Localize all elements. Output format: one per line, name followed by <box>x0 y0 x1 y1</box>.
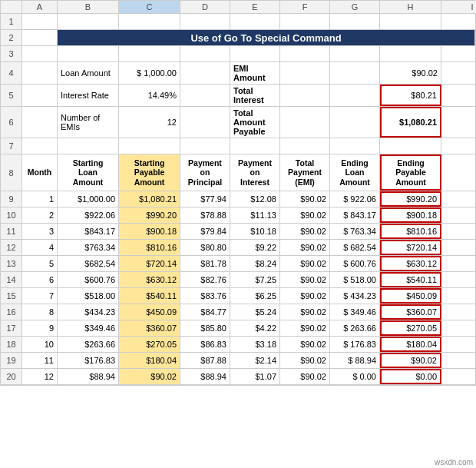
row-20: 20 12 $88.94 $90.02 $88.94 $1.07 $90.02 … <box>1 369 475 385</box>
row-13: 13 5 $682.54 $720.14 $81.78 $8.24 $90.02… <box>1 256 475 272</box>
data-payment-principal-18: $86.83 <box>180 337 230 352</box>
data-total-payment-12: $90.02 <box>280 240 330 255</box>
row-num-5: 5 <box>1 85 22 106</box>
data-month-18: 10 <box>22 337 58 352</box>
r1-e <box>230 14 280 29</box>
data-payment-principal-12: $80.80 <box>180 240 230 255</box>
r4-i <box>441 62 475 84</box>
data-ending-loan-13: $ 600.76 <box>330 256 380 271</box>
row-num-2: 2 <box>1 30 22 45</box>
data-ending-payable-13: $630.12 <box>380 256 441 271</box>
r3-b <box>58 46 119 61</box>
data-month-9: 1 <box>22 191 58 207</box>
data-total-payment-15: $90.02 <box>280 288 330 304</box>
data-month-17: 9 <box>22 320 58 336</box>
row-18: 18 10 $263.66 $270.05 $86.83 $3.18 $90.0… <box>1 337 475 353</box>
r7-e <box>230 138 280 154</box>
r6-g <box>280 107 330 138</box>
data-ending-loan-15: $ 434.23 <box>330 288 380 304</box>
row-14: 14 6 $600.76 $630.12 $82.76 $7.25 $90.02… <box>1 272 475 288</box>
row-10: 10 2 $922.06 $990.20 $78.88 $11.13 $90.0… <box>1 207 475 224</box>
data-ending-loan-18: $ 176.83 <box>330 337 380 352</box>
data-starting-loan-9: $1,000.00 <box>58 191 119 207</box>
r5-g <box>280 85 330 106</box>
data-starting-payable-12: $810.16 <box>119 240 180 255</box>
r1-g <box>330 14 380 29</box>
row-num-12: 12 <box>1 240 22 255</box>
r3-h <box>380 46 441 61</box>
data-payment-interest-15: $6.25 <box>230 288 280 304</box>
data-starting-loan-19: $176.83 <box>58 353 119 368</box>
total-interest-label: Total Interest <box>230 85 280 106</box>
r7-f <box>280 138 330 154</box>
row-11: 11 3 $843.17 $900.18 $79.84 $10.18 $90.0… <box>1 224 475 240</box>
r7-d <box>180 138 230 154</box>
r12-i <box>441 240 475 255</box>
r6-a <box>22 107 58 138</box>
row-17: 17 9 $349.46 $360.07 $85.80 $4.22 $90.02… <box>1 320 475 337</box>
data-total-payment-11: $90.02 <box>280 224 330 239</box>
r17-i <box>441 320 475 336</box>
data-month-14: 6 <box>22 272 58 287</box>
data-total-payment-16: $90.02 <box>280 304 330 320</box>
data-payment-interest-12: $9.22 <box>230 240 280 255</box>
data-total-payment-14: $90.02 <box>280 272 330 287</box>
row-7: 7 <box>1 138 475 154</box>
data-payment-principal-15: $83.76 <box>180 288 230 304</box>
num-emis-label: Number of EMIs <box>58 107 119 138</box>
header-starting-loan: Starting Loan Amount <box>58 154 119 191</box>
data-starting-payable-20: $90.02 <box>119 369 180 384</box>
row-num-10: 10 <box>1 207 22 223</box>
header-ending-payable: Ending Payable Amount <box>380 154 441 191</box>
header-ending-loan: Ending Loan Amount <box>330 154 380 191</box>
corner-header <box>1 1 22 13</box>
data-month-10: 2 <box>22 207 58 223</box>
r1-a <box>22 14 58 29</box>
interest-rate-label: Interest Rate <box>58 85 119 106</box>
header-total-payment: Total Payment (EMI) <box>280 154 330 191</box>
row-5: 5 Interest Rate 14.49% Total Interest $8… <box>1 85 475 107</box>
row-8: 8 Month Starting Loan Amount Starting Pa… <box>1 154 475 191</box>
data-payment-interest-9: $12.08 <box>230 191 280 207</box>
data-total-payment-17: $90.02 <box>280 320 330 336</box>
r5-i <box>441 85 475 106</box>
data-payment-interest-10: $11.13 <box>230 207 280 223</box>
data-starting-loan-17: $349.46 <box>58 320 119 336</box>
data-payment-interest-18: $3.18 <box>230 337 280 352</box>
data-starting-loan-15: $518.00 <box>58 288 119 304</box>
row-num-1: 1 <box>1 14 22 29</box>
r2-a <box>22 30 58 45</box>
data-ending-loan-9: $ 922.06 <box>330 191 380 207</box>
emi-amount-value: $90.02 <box>380 62 441 84</box>
row-15: 15 7 $518.00 $540.11 $83.76 $6.25 $90.02… <box>1 288 475 304</box>
header-starting-payable: Starting Payable Amount <box>119 154 180 191</box>
data-month-20: 12 <box>22 369 58 384</box>
data-ending-payable-17: $270.05 <box>380 320 441 336</box>
row-num-4: 4 <box>1 62 22 84</box>
col-header-g: G <box>330 1 380 13</box>
emi-amount-label: EMI Amount <box>230 62 280 84</box>
row-num-11: 11 <box>1 224 22 239</box>
col-header-d: D <box>180 1 230 13</box>
row-num-15: 15 <box>1 288 22 304</box>
data-starting-payable-13: $720.14 <box>119 256 180 271</box>
data-ending-payable-11: $810.16 <box>380 224 441 239</box>
data-starting-loan-16: $434.23 <box>58 304 119 320</box>
row-num-16: 16 <box>1 304 22 320</box>
row-num-14: 14 <box>1 272 22 287</box>
r1-i <box>441 14 475 29</box>
data-ending-loan-16: $ 349.46 <box>330 304 380 320</box>
header-month: Month <box>22 154 58 191</box>
r7-i <box>441 138 475 154</box>
data-ending-payable-9: $990.20 <box>380 191 441 207</box>
col-header-b: B <box>58 1 119 13</box>
data-ending-loan-14: $ 518.00 <box>330 272 380 287</box>
r4-g <box>280 62 330 84</box>
data-ending-loan-12: $ 682.54 <box>330 240 380 255</box>
data-total-payment-20: $90.02 <box>280 369 330 384</box>
row-num-13: 13 <box>1 256 22 271</box>
data-payment-principal-17: $85.80 <box>180 320 230 336</box>
r14-i <box>441 272 475 287</box>
num-emis-value: 12 <box>119 107 180 138</box>
data-payment-principal-13: $81.78 <box>180 256 230 271</box>
